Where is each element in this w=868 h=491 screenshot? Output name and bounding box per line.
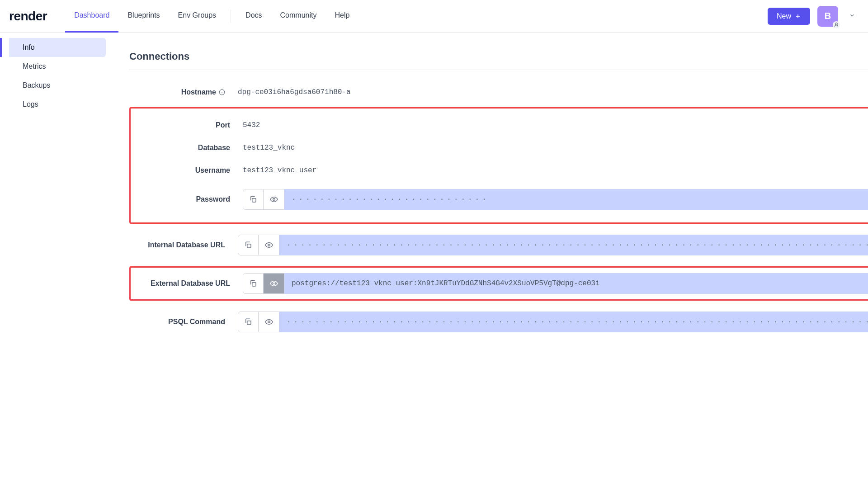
plus-icon xyxy=(795,13,801,19)
svg-point-0 xyxy=(835,23,838,25)
svg-point-3 xyxy=(273,198,275,201)
row-external-url: External Database URL postgres://test123… xyxy=(134,270,868,297)
sidebar-item-logs[interactable]: Logs xyxy=(9,95,106,114)
sidebar-item-info[interactable]: Info xyxy=(9,38,106,57)
nav-blueprints[interactable]: Blueprints xyxy=(118,0,169,33)
brand-logo[interactable]: render xyxy=(9,9,47,24)
label-database: Database xyxy=(134,144,234,152)
avatar-letter: B xyxy=(825,11,831,21)
eye-icon xyxy=(265,241,273,249)
row-password: Password ···························· xyxy=(134,182,868,217)
row-database: Database test123_vknc xyxy=(134,137,868,159)
value-username: test123_vknc_user xyxy=(234,166,316,175)
user-icon xyxy=(833,22,840,28)
nav-docs[interactable]: Docs xyxy=(236,0,271,33)
copy-icon xyxy=(244,318,252,326)
svg-rect-2 xyxy=(252,198,256,202)
reveal-external-url-button[interactable] xyxy=(264,273,284,294)
internal-url-field: ········································… xyxy=(279,235,868,255)
eye-icon xyxy=(270,195,278,203)
copy-icon xyxy=(249,195,257,203)
copy-psql-button[interactable] xyxy=(238,312,259,332)
header-left: render Dashboard Blueprints Env Groups D… xyxy=(9,0,359,33)
avatar-badge xyxy=(833,21,840,28)
copy-icon xyxy=(244,241,252,249)
reveal-psql-button[interactable] xyxy=(259,312,279,332)
label-hostname-text: Hostname xyxy=(181,88,216,96)
nav-help[interactable]: Help xyxy=(326,0,359,33)
password-field: ···························· xyxy=(284,189,868,210)
reveal-password-button[interactable] xyxy=(264,189,284,210)
row-psql: PSQL Command ···························… xyxy=(129,304,868,340)
value-hostname: dpg-ce03i6ha6gdsa6071h80-a xyxy=(229,88,351,96)
eye-icon xyxy=(270,279,278,288)
sidebar-item-backups[interactable]: Backups xyxy=(9,76,106,95)
sidebar-item-metrics[interactable]: Metrics xyxy=(9,57,106,76)
internal-url-controls: ········································… xyxy=(238,235,868,255)
sidebar: Info Metrics Backups Logs xyxy=(0,33,113,358)
highlight-credentials: Port 5432 Database test123_vknc Username… xyxy=(129,107,868,224)
psql-masked: ········································… xyxy=(287,318,868,326)
row-username: Username test123_vknc_user xyxy=(134,159,868,182)
avatar[interactable]: B xyxy=(817,6,838,27)
copy-password-button[interactable] xyxy=(243,189,264,210)
psql-field: ········································… xyxy=(279,312,868,332)
external-url-controls: postgres://test123_vknc_user:Xn9tJKRTuYD… xyxy=(243,273,868,294)
header-right: New B xyxy=(768,6,859,27)
divider xyxy=(129,70,868,70)
external-url-field: postgres://test123_vknc_user:Xn9tJKRTuYD… xyxy=(284,273,868,294)
copy-external-url-button[interactable] xyxy=(243,273,264,294)
value-port: 5432 xyxy=(234,121,260,129)
page-title: Connections xyxy=(129,51,868,62)
highlight-external-url: External Database URL postgres://test123… xyxy=(129,266,868,301)
label-port: Port xyxy=(134,121,234,129)
label-internal-url: Internal Database URL xyxy=(129,241,229,249)
label-password: Password xyxy=(134,195,234,203)
password-masked: ···························· xyxy=(292,195,489,203)
layout: Info Metrics Backups Logs Connections Ho… xyxy=(0,33,868,358)
svg-point-7 xyxy=(273,283,275,285)
nav-divider xyxy=(231,10,231,23)
nav-community[interactable]: Community xyxy=(271,0,326,33)
eye-icon xyxy=(265,318,273,326)
row-internal-url: Internal Database URL ··················… xyxy=(129,227,868,263)
svg-rect-6 xyxy=(252,283,256,286)
chevron-down-icon xyxy=(849,12,855,19)
password-controls: ···························· xyxy=(243,189,868,210)
info-icon[interactable] xyxy=(219,89,225,95)
label-psql: PSQL Command xyxy=(129,318,229,326)
row-port: Port 5432 xyxy=(134,114,868,137)
internal-url-masked: ········································… xyxy=(287,241,868,249)
nav-env-groups[interactable]: Env Groups xyxy=(169,0,225,33)
psql-controls: ········································… xyxy=(238,312,868,332)
svg-rect-4 xyxy=(247,244,251,248)
reveal-internal-url-button[interactable] xyxy=(259,235,279,255)
svg-point-9 xyxy=(268,321,270,323)
new-button[interactable]: New xyxy=(768,8,810,25)
svg-rect-8 xyxy=(247,321,251,325)
svg-point-5 xyxy=(268,244,270,246)
copy-internal-url-button[interactable] xyxy=(238,235,259,255)
label-external-url: External Database URL xyxy=(134,279,234,288)
primary-nav: Dashboard Blueprints Env Groups Docs Com… xyxy=(65,0,359,33)
copy-icon xyxy=(249,279,257,288)
main-content: Connections Hostname dpg-ce03i6ha6gdsa60… xyxy=(113,33,868,358)
label-username: Username xyxy=(134,166,234,175)
top-header: render Dashboard Blueprints Env Groups D… xyxy=(0,0,868,33)
nav-dashboard[interactable]: Dashboard xyxy=(65,0,118,33)
row-hostname: Hostname dpg-ce03i6ha6gdsa6071h80-a xyxy=(129,81,868,104)
label-hostname: Hostname xyxy=(129,88,229,96)
value-database: test123_vknc xyxy=(234,144,295,152)
external-url-value: postgres://test123_vknc_user:Xn9tJKRTuYD… xyxy=(292,279,600,288)
new-button-label: New xyxy=(777,12,791,20)
account-dropdown[interactable] xyxy=(845,12,859,20)
